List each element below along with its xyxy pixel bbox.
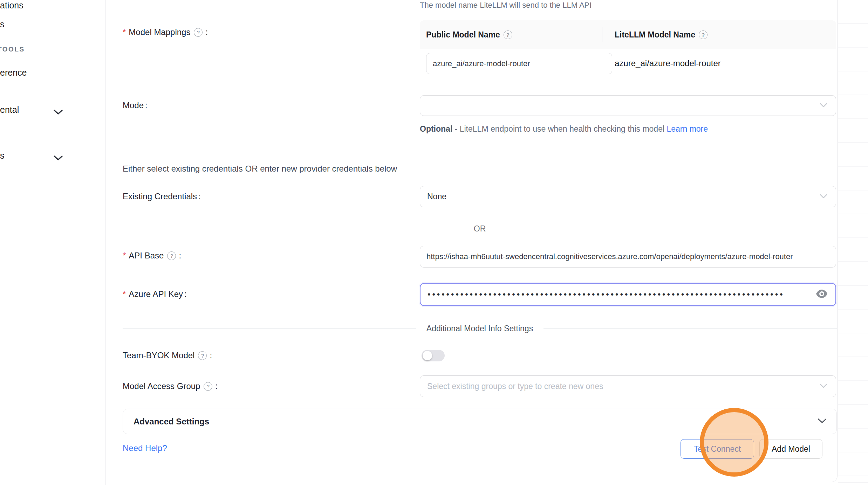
model-access-group-label-row: Model Access Group ? : — [123, 380, 218, 393]
help-icon[interactable]: ? — [504, 30, 512, 39]
chevron-down-icon — [818, 418, 827, 425]
mode-hint-bold: Optional — [420, 124, 452, 133]
label-colon: : — [205, 27, 208, 37]
sidebar: ations s TOOLS erence ental s — [0, 0, 106, 485]
team-byok-toggle[interactable] — [422, 350, 445, 361]
learn-more-link[interactable]: Learn more — [667, 124, 708, 133]
sidebar-item-organizations[interactable]: ations — [0, 0, 23, 11]
sidebar-item-label: s — [0, 19, 5, 29]
chevron-down-icon — [54, 107, 63, 117]
background-divider — [838, 482, 868, 483]
column-divider — [602, 27, 602, 42]
team-byok-label: Team-BYOK Model — [123, 351, 194, 360]
toggle-knob — [423, 351, 432, 360]
api-base-label: API Base — [129, 251, 164, 261]
sidebar-item-experimental[interactable]: ental — [0, 105, 19, 115]
team-byok-label-row: Team-BYOK Model ? : — [123, 349, 212, 362]
label-colon: : — [179, 251, 181, 261]
sidebar-item-label: ental — [0, 105, 19, 115]
advanced-settings-label: Advanced Settings — [134, 417, 209, 427]
mode-hint-text: - LiteLLM endpoint to use when health ch… — [452, 124, 667, 133]
or-divider-text: OR — [474, 224, 486, 234]
sidebar-item-inference[interactable]: erence — [0, 68, 27, 78]
public-model-name-input[interactable] — [426, 53, 612, 74]
model-mappings-label: Model Mappings — [129, 27, 190, 37]
model-access-group-label: Model Access Group — [123, 381, 200, 391]
required-marker: * — [123, 290, 126, 298]
help-icon[interactable]: ? — [699, 30, 708, 39]
existing-credentials-label-row: Existing Credentials : — [123, 190, 201, 203]
or-divider: OR — [123, 224, 837, 233]
existing-credentials-value: None — [427, 192, 446, 201]
model-access-group-placeholder: Select existing groups or type to create… — [427, 382, 603, 391]
sidebar-item-label: erence — [0, 68, 27, 77]
label-colon: : — [145, 101, 148, 110]
credentials-note: Either select existing credentials OR en… — [123, 164, 397, 174]
api-base-input[interactable] — [420, 246, 836, 268]
chevron-down-icon — [820, 194, 827, 200]
help-icon[interactable]: ? — [167, 251, 176, 260]
label-colon: : — [198, 192, 201, 201]
test-connect-button[interactable]: Test Connect — [681, 439, 754, 459]
help-icon[interactable]: ? — [204, 382, 212, 391]
existing-credentials-select[interactable]: None — [420, 186, 836, 207]
chevron-down-icon — [820, 103, 827, 109]
sidebar-section-tools: TOOLS — [0, 46, 25, 53]
masked-api-key: ••••••••••••••••••••••••••••••••••••••••… — [428, 290, 806, 299]
advanced-settings-panel[interactable]: Advanced Settings — [123, 409, 837, 434]
azure-api-key-label-row: * Azure API Key : — [123, 288, 187, 300]
add-model-page: ations s TOOLS erence ental s The model … — [0, 0, 868, 485]
chevron-down-icon — [54, 153, 63, 163]
litellm-model-name-value: azure_ai/azure-model-router — [615, 53, 721, 74]
azure-api-key-input[interactable]: ••••••••••••••••••••••••••••••••••••••••… — [420, 283, 836, 306]
column-header-public-model-name: Public Model Name ? — [426, 20, 514, 49]
required-marker: * — [123, 251, 126, 260]
mode-select[interactable] — [420, 95, 836, 116]
model-name-hint: The model name LiteLLM will send to the … — [420, 1, 592, 10]
sidebar-section-label: TOOLS — [0, 46, 25, 53]
mode-label-row: Mode : — [123, 99, 148, 112]
help-icon[interactable]: ? — [198, 351, 207, 360]
need-help-link[interactable]: Need Help? — [123, 443, 167, 453]
eye-icon[interactable] — [816, 289, 828, 300]
model-access-group-select[interactable]: Select existing groups or type to create… — [420, 375, 836, 397]
add-model-button[interactable]: Add Model — [759, 439, 822, 459]
label-colon: : — [184, 289, 187, 299]
add-model-form: The model name LiteLLM will send to the … — [106, 0, 838, 482]
sidebar-item-label: ations — [0, 0, 23, 10]
mode-label: Mode — [123, 101, 144, 110]
sidebar-item-settings[interactable]: s — [0, 151, 5, 161]
label-colon: : — [210, 351, 212, 360]
required-marker: * — [123, 28, 126, 36]
chevron-down-icon — [820, 383, 827, 389]
help-icon[interactable]: ? — [194, 28, 203, 37]
mode-hint: Optional - LiteLLM endpoint to use when … — [420, 122, 718, 136]
model-mappings-table: Public Model Name ? LiteLLM Model Name ?… — [420, 20, 836, 79]
existing-credentials-label: Existing Credentials — [123, 192, 197, 201]
model-mappings-label-row: * Model Mappings ? : — [123, 26, 208, 39]
api-base-label-row: * API Base ? : — [123, 249, 181, 262]
azure-api-key-label: Azure API Key — [129, 289, 183, 299]
table-header: Public Model Name ? LiteLLM Model Name ? — [420, 20, 836, 49]
sidebar-item-label: s — [0, 151, 5, 160]
label-colon: : — [215, 381, 218, 391]
column-header-litellm-model-name: LiteLLM Model Name ? — [615, 20, 709, 49]
sidebar-item[interactable]: s — [0, 19, 5, 29]
additional-settings-divider: Additional Model Info Settings — [123, 324, 837, 333]
additional-settings-divider-text: Additional Model Info Settings — [426, 324, 533, 333]
background-table-rows — [838, 0, 868, 485]
